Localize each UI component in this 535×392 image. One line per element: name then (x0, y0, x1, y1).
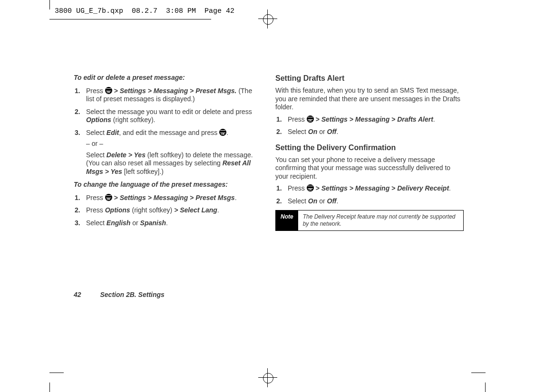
steps-drafts-alert: Press > Settings > Messaging > Drafts Al… (275, 115, 464, 136)
list-item: Press > Settings > Messaging > Preset Ms… (86, 194, 262, 202)
bottom-rule-right (471, 373, 486, 373)
list-item: Select Edit, and edit the message and pr… (86, 129, 262, 176)
top-rule (49, 19, 211, 19)
intro-change-language: To change the language of the preset mes… (74, 181, 262, 189)
right-column: Setting Drafts Alert With this feature, … (275, 74, 464, 232)
substep: Select Delete > Yes (left softkey) to de… (86, 151, 262, 176)
bottom-tick-left (49, 382, 50, 392)
page-content: To edit or delete a preset message: Pres… (74, 74, 464, 232)
list-item: Select the message you want to edit or d… (86, 108, 262, 124)
heading-delivery-confirmation: Setting the Delivery Confirmation (275, 143, 464, 153)
list-item: Select On or Off. (288, 197, 464, 206)
list-item: Select English or Spanish. (86, 219, 262, 228)
top-tick-left (49, 0, 50, 10)
bottom-tick-right (485, 382, 486, 392)
steps-delivery-confirmation: Press > Settings > Messaging > Delivery … (275, 184, 464, 205)
or-divider: – or – (86, 140, 262, 148)
page-footer: 42 Section 2B. Settings (74, 291, 165, 298)
menu-ok-icon (219, 129, 226, 136)
page-number: 42 (74, 291, 81, 298)
note-text: The Delivery Receipt feature may not cur… (298, 210, 463, 230)
heading-drafts-alert: Setting Drafts Alert (275, 74, 464, 83)
print-header-slug: 3800 UG_E_7b.qxp 08.2.7 3:08 PM Page 42 (55, 7, 234, 15)
menu-ok-icon (105, 87, 112, 94)
paragraph: You can set your phone to receive a deli… (275, 156, 464, 181)
list-item: Press > Settings > Messaging > Delivery … (288, 184, 464, 193)
section-title: Section 2B. Settings (100, 291, 164, 298)
bottom-rule-left (49, 373, 64, 373)
menu-ok-icon (307, 184, 314, 191)
note-box: Note The Delivery Receipt feature may no… (275, 210, 464, 231)
paragraph: With this feature, when you try to send … (275, 86, 464, 112)
left-column: To edit or delete a preset message: Pres… (74, 74, 262, 232)
steps-change-language: Press > Settings > Messaging > Preset Ms… (74, 194, 262, 228)
list-item: Press Options (right softkey) > Select L… (86, 206, 262, 215)
list-item: Press > Settings > Messaging > Drafts Al… (288, 115, 464, 124)
list-item: Press > Settings > Messaging > Preset Ms… (86, 87, 262, 104)
menu-ok-icon (105, 194, 112, 201)
steps-edit-delete: Press > Settings > Messaging > Preset Ms… (74, 87, 262, 176)
list-item: Select On or Off. (288, 128, 464, 136)
crop-mark-bottom (0, 368, 535, 387)
menu-ok-icon (307, 115, 314, 123)
intro-edit-delete: To edit or delete a preset message: (74, 74, 262, 82)
note-label: Note (276, 210, 298, 230)
